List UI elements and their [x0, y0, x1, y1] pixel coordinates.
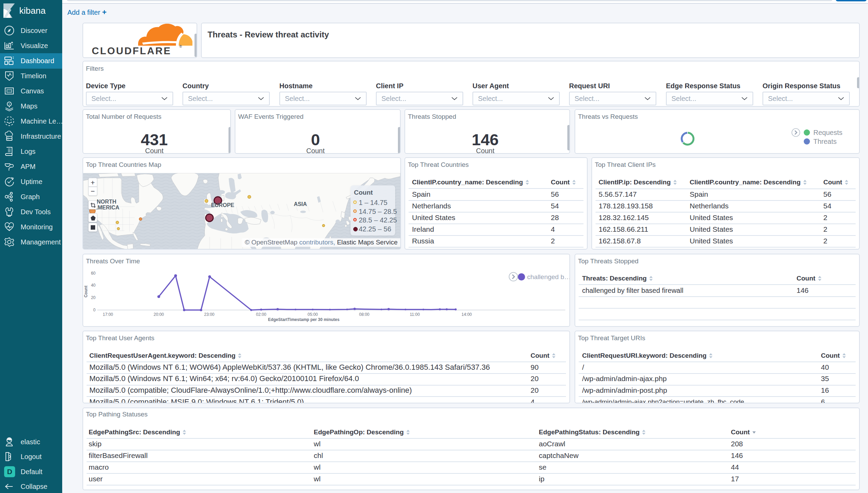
svg-text:AMERICA: AMERICA — [94, 205, 120, 210]
svg-text:ASIA: ASIA — [294, 201, 307, 207]
svg-text:NORTH: NORTH — [97, 199, 116, 205]
svg-text:®: ® — [179, 45, 182, 48]
svg-text:CLOUDFLARE: CLOUDFLARE — [92, 45, 171, 56]
svg-text:EUROPE: EUROPE — [211, 202, 234, 208]
svg-text:D: D — [7, 468, 12, 475]
